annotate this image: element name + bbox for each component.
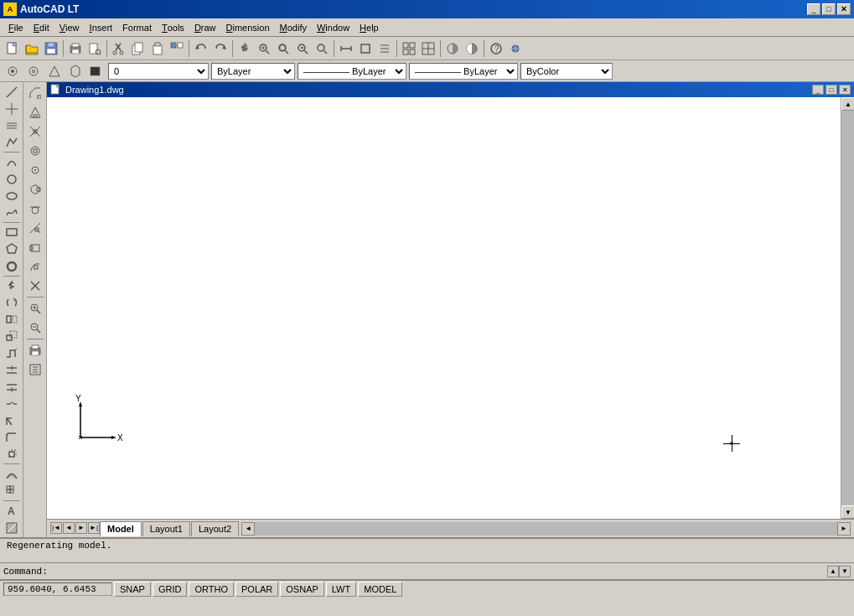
cut-button[interactable]	[110, 39, 128, 58]
array-button[interactable]	[3, 483, 21, 499]
snap-mid-button[interactable]	[26, 103, 44, 122]
snap-status-button[interactable]: SNAP	[114, 582, 151, 597]
snap-icon4[interactable]	[66, 62, 85, 80]
snap-icon1[interactable]	[3, 62, 22, 80]
snap-ins-button[interactable]	[26, 238, 44, 256]
grid-status-button[interactable]: GRID	[153, 582, 188, 597]
offset-button[interactable]	[3, 466, 21, 482]
polygon-button[interactable]	[3, 241, 21, 257]
menu-view[interactable]: View	[54, 19, 85, 36]
close-button[interactable]: ✕	[837, 3, 851, 15]
zoom-out-left-button[interactable]	[26, 318, 44, 337]
fillet-button[interactable]	[3, 429, 21, 445]
stretch-button[interactable]	[3, 345, 21, 361]
coordinates-display[interactable]: 959.6040, 6.6453	[3, 582, 112, 596]
vports2-button[interactable]	[419, 39, 437, 58]
menu-modify[interactable]: Modify	[275, 19, 312, 36]
canvas-area[interactable]: Y X	[47, 97, 841, 519]
print-left-button[interactable]	[26, 341, 44, 360]
drawing-controls[interactable]: _ □ ✕	[812, 85, 851, 95]
snap-quad-button[interactable]	[26, 180, 44, 199]
drawing-minimize-button[interactable]: _	[812, 85, 824, 95]
multiline-button[interactable]	[3, 117, 21, 133]
snap-near-button[interactable]	[26, 257, 44, 276]
drawing-close-button[interactable]: ✕	[839, 85, 851, 95]
shade1-button[interactable]	[443, 39, 462, 58]
list-button[interactable]	[375, 39, 394, 58]
menu-tools[interactable]: Tools	[157, 19, 189, 36]
undo-button[interactable]	[192, 39, 210, 58]
menu-help[interactable]: Help	[355, 19, 384, 36]
minimize-button[interactable]: _	[807, 3, 820, 15]
trim-button[interactable]	[3, 362, 21, 378]
paste-button[interactable]	[148, 39, 167, 58]
lwt-status-button[interactable]: LWT	[326, 582, 356, 597]
snap-icon2[interactable]	[24, 62, 43, 80]
scale-button[interactable]	[3, 329, 21, 344]
circle-button[interactable]	[3, 171, 21, 187]
open-button[interactable]	[23, 39, 41, 58]
tab-next-button[interactable]: ►	[75, 522, 87, 534]
ortho-status-button[interactable]: ORTHO	[189, 582, 234, 597]
rotate-button[interactable]	[3, 295, 21, 311]
menu-insert[interactable]: Insert	[85, 19, 118, 36]
zoom-ext-button[interactable]	[313, 39, 331, 58]
zoom-window-button[interactable]	[274, 39, 292, 58]
save-button[interactable]	[42, 39, 60, 58]
text-button[interactable]: A	[3, 503, 21, 519]
chamfer-button[interactable]	[3, 412, 21, 428]
xline-button[interactable]	[3, 101, 21, 116]
move-button[interactable]	[3, 278, 21, 294]
snap-cen-button[interactable]	[26, 142, 44, 160]
drawing-maximize-button[interactable]: □	[826, 85, 837, 95]
right-scrollbar[interactable]: ▲ ▼	[841, 97, 854, 519]
snap-node-button[interactable]	[26, 161, 44, 179]
help-button[interactable]: ?	[487, 39, 505, 58]
snap-clear-button[interactable]	[26, 277, 44, 295]
menu-file[interactable]: File	[3, 19, 28, 36]
color-swatch[interactable]	[87, 62, 106, 80]
zoom-realtime-button[interactable]	[255, 39, 273, 58]
menu-window[interactable]: Window	[312, 19, 355, 36]
line-button[interactable]	[3, 84, 21, 100]
extend-button[interactable]	[3, 379, 21, 395]
title-bar-controls[interactable]: _ □ ✕	[807, 3, 851, 15]
shade2-button[interactable]	[463, 39, 481, 58]
scroll-right-button[interactable]: ►	[837, 522, 851, 536]
tab-first-button[interactable]: |◄	[50, 522, 62, 534]
break-button[interactable]	[3, 396, 21, 412]
menu-dimension[interactable]: Dimension	[221, 19, 275, 36]
snap-int-button[interactable]	[26, 122, 44, 141]
lineweight-dropdown[interactable]: ————— ByLayer	[409, 63, 518, 80]
h-scrollbar[interactable]: ◄ ►	[241, 522, 851, 536]
spline-button[interactable]	[3, 204, 21, 220]
snap-end-button[interactable]	[26, 84, 44, 102]
scroll-track-v[interactable]	[841, 111, 854, 505]
tab-model[interactable]: Model	[100, 521, 142, 536]
tab-layout2[interactable]: Layout2	[191, 521, 239, 536]
redo-button[interactable]	[211, 39, 230, 58]
linetype-dropdown[interactable]: ————— ByLayer	[298, 63, 406, 80]
rect-button[interactable]	[3, 225, 21, 241]
menu-format[interactable]: Format	[117, 19, 157, 36]
new-button[interactable]	[3, 39, 22, 58]
color-dropdown[interactable]: ByLayer	[211, 63, 295, 80]
scroll-left-button[interactable]: ◄	[241, 522, 255, 536]
command-input-field[interactable]	[51, 564, 827, 579]
print-preview-button[interactable]	[85, 39, 104, 58]
maximize-button[interactable]: □	[822, 3, 836, 15]
scroll-down-button[interactable]: ▼	[841, 505, 854, 519]
pan-button[interactable]	[235, 39, 254, 58]
plotstyle-dropdown[interactable]: ByColor	[520, 63, 613, 80]
area-button[interactable]	[356, 39, 375, 58]
scroll-up-button[interactable]: ▲	[841, 97, 854, 111]
ellipse-button[interactable]	[3, 188, 21, 204]
snap-icon3[interactable]	[45, 62, 64, 80]
model-status-button[interactable]: MODEL	[358, 582, 402, 597]
menu-draw[interactable]: Draw	[189, 19, 221, 36]
copy-button[interactable]	[129, 39, 148, 58]
menu-edit[interactable]: Edit	[28, 19, 54, 36]
hatch-button[interactable]	[3, 520, 21, 536]
arc-button[interactable]	[3, 154, 21, 170]
explode-button[interactable]	[3, 446, 21, 462]
